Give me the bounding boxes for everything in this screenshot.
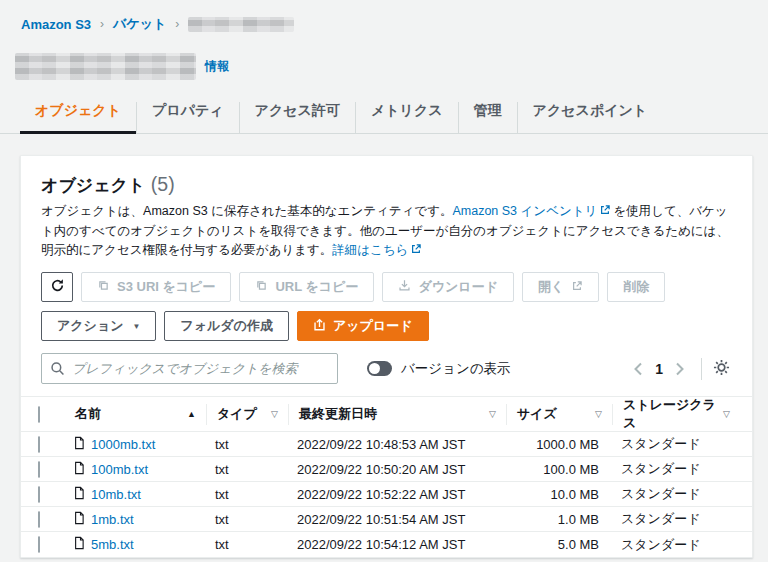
tab-properties[interactable]: プロパティ [136,102,239,133]
info-link[interactable]: 情報 [205,58,229,75]
chevron-down-icon: ▼ [133,322,141,331]
table-row: 5mb.txt txt 2022/09/22 10:54:12 AM JST 5… [21,532,752,557]
show-versions-toggle[interactable]: バージョンの表示 [367,360,511,378]
search-icon [50,361,65,376]
s3-inventory-link[interactable]: Amazon S3 インベントリ [452,204,597,218]
column-header-modified[interactable]: 最終更新日時 ▽ [297,404,507,425]
object-toolbar-primary: S3 URI をコピー URL をコピー ダウンロード 開く 削除 [41,272,732,302]
object-name-link[interactable]: 1000mb.txt [91,437,155,452]
row-checkbox[interactable] [38,436,40,453]
panel-title: オブジェクト (5) [41,173,732,197]
object-type: txt [215,462,297,477]
upload-icon [313,318,326,334]
next-page-button[interactable] [669,360,690,378]
previous-page-button[interactable] [628,360,649,378]
column-modified-label: 最終更新日時 [299,405,377,423]
copy-icon [255,279,268,295]
object-modified: 2022/09/22 10:52:22 AM JST [297,487,515,502]
table-row: 1mb.txt txt 2022/09/22 10:51:54 AM JST 1… [21,507,752,532]
open-button[interactable]: 開く [522,272,599,302]
select-all-checkbox[interactable] [38,406,40,423]
file-icon [73,511,85,528]
copy-url-button[interactable]: URL をコピー [239,272,374,302]
object-type: txt [215,512,297,527]
tab-metrics[interactable]: メトリクス [355,102,458,133]
current-page-number[interactable]: 1 [649,361,669,377]
copy-s3-uri-button[interactable]: S3 URI をコピー [81,272,231,302]
breadcrumb-bucket-name-redacted [188,17,294,32]
file-icon [73,536,85,553]
download-icon [398,279,411,295]
object-name-link[interactable]: 1mb.txt [91,512,134,527]
object-size: 10.0 MB [515,487,621,502]
refresh-icon [50,278,65,296]
row-checkbox[interactable] [38,461,40,478]
file-icon [73,436,85,453]
upload-button[interactable]: アップロード [297,311,429,341]
column-header-storage-class[interactable]: ストレージクラス ▽ [621,404,740,425]
tab-access-points[interactable]: アクセスポイント [517,102,663,133]
page-title-row: 情報 [15,53,768,80]
sort-icon: ▽ [489,409,496,419]
table-row: 100mb.txt txt 2022/09/22 10:50:20 AM JST… [21,457,752,482]
actions-label: アクション [57,317,124,335]
panel-title-text: オブジェクト [41,176,145,195]
panel-description: オブジェクトは、Amazon S3 に保存された基本的なエンティティです。Ama… [41,202,732,261]
object-type: txt [215,487,297,502]
sort-icon: ▽ [595,409,602,419]
object-storage-class: スタンダード [621,485,740,503]
column-header-name[interactable]: 名前 ▲ [73,404,207,425]
toggle-switch[interactable] [367,361,392,376]
tab-objects[interactable]: オブジェクト [20,102,136,133]
delete-label: 削除 [623,278,649,296]
breadcrumb-buckets-link[interactable]: バケット [113,15,166,33]
sort-icon: ▽ [723,409,730,419]
filter-row: バージョンの表示 1 [41,353,732,384]
external-link-icon [599,203,611,222]
object-size: 100.0 MB [515,462,621,477]
sort-ascending-icon: ▲ [187,409,196,419]
table-body: 1000mb.txt txt 2022/09/22 10:48:53 AM JS… [21,432,752,557]
description-text: オブジェクトは、Amazon S3 に保存された基本的なエンティティです。 [41,204,452,218]
object-type: txt [215,437,297,452]
row-checkbox[interactable] [38,486,40,503]
table-row: 1000mb.txt txt 2022/09/22 10:48:53 AM JS… [21,432,752,457]
download-label: ダウンロード [418,278,498,296]
download-button[interactable]: ダウンロード [382,272,514,302]
sort-icon: ▽ [271,409,278,419]
column-storage-label: ストレージクラス [623,396,723,432]
prefix-search-input[interactable] [41,353,338,384]
copy-s3-uri-label: S3 URI をコピー [117,278,215,296]
objects-table: 名前 ▲ タイプ ▽ 最終更新日時 ▽ サイズ ▽ ストレージクラス ▽ [21,396,752,557]
breadcrumb: Amazon S3 › バケット › [0,0,768,33]
create-folder-button[interactable]: フォルダの作成 [164,311,289,341]
bucket-name-redacted [15,53,196,80]
object-name-link[interactable]: 100mb.txt [91,462,148,477]
row-checkbox[interactable] [38,536,40,553]
tab-management[interactable]: 管理 [458,102,517,133]
tab-permissions[interactable]: アクセス許可 [239,102,355,133]
bucket-tabs: オブジェクト プロパティ アクセス許可 メトリクス 管理 アクセスポイント [0,102,768,134]
show-versions-label: バージョンの表示 [401,360,511,378]
preferences-button[interactable] [711,357,732,381]
object-storage-class: スタンダード [621,536,740,554]
breadcrumb-amazon-s3-link[interactable]: Amazon S3 [21,17,91,32]
object-name-link[interactable]: 10mb.txt [91,487,141,502]
column-type-label: タイプ [217,405,257,423]
column-header-size[interactable]: サイズ ▽ [515,404,613,425]
column-size-label: サイズ [517,405,557,423]
delete-button[interactable]: 削除 [607,272,665,302]
open-label: 開く [538,278,564,296]
object-name-link[interactable]: 5mb.txt [91,537,134,552]
copy-icon [97,279,110,295]
table-row: 10mb.txt txt 2022/09/22 10:52:22 AM JST … [21,482,752,507]
external-link-icon [571,280,583,295]
object-modified: 2022/09/22 10:48:53 AM JST [297,437,515,452]
learn-more-link[interactable]: 詳細はこちら [332,243,408,257]
actions-dropdown-button[interactable]: アクション ▼ [41,311,156,341]
refresh-button[interactable] [41,272,73,302]
column-header-type[interactable]: タイプ ▽ [215,404,289,425]
row-checkbox[interactable] [38,511,40,528]
upload-label: アップロード [333,317,413,335]
column-name-label: 名前 [75,405,101,423]
